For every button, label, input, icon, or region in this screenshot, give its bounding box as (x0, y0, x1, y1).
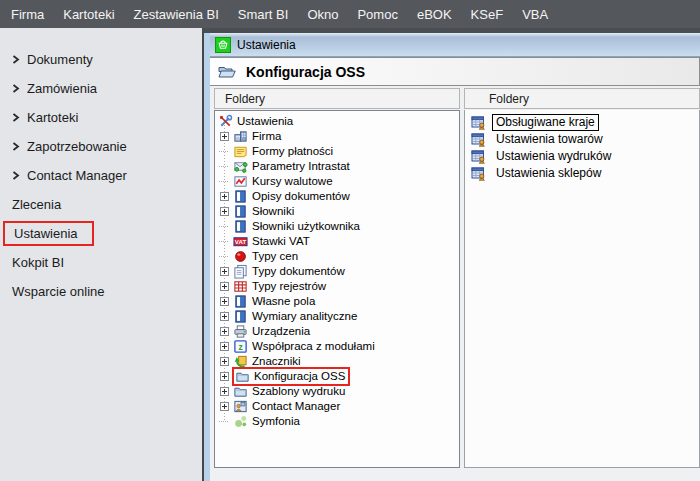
sidebar-item-contact-manager[interactable]: Contact Manager (0, 161, 202, 190)
expand-toggle[interactable] (218, 192, 232, 201)
expand-toggle[interactable] (218, 282, 232, 291)
folders-list[interactable]: Obsługiwane krajeUstawienia towarówUstaw… (464, 110, 700, 468)
tree-item-stawki-vat[interactable]: VATStawki VAT (218, 234, 459, 249)
sidebar-item-label: Zapotrzebowanie (27, 139, 127, 154)
tree-item-typy-cen[interactable]: Typy cen (218, 249, 459, 264)
tree-item-kursy-walutowe[interactable]: Kursy walutowe (218, 174, 459, 189)
tree-item-label: Kursy walutowe (252, 174, 333, 189)
menu-item-kartoteki[interactable]: Kartoteki (63, 7, 114, 22)
tree-item-label: Contact Manager (252, 399, 340, 414)
tree-item-słowniki[interactable]: Słowniki (218, 204, 459, 219)
expand-toggle[interactable] (218, 387, 232, 396)
app-green-basket-icon (215, 37, 231, 53)
tree-item-słowniki-użytkownika[interactable]: Słowniki użytkownika (218, 219, 459, 234)
plus-box-icon[interactable] (220, 372, 229, 381)
menu-item-ksef[interactable]: KSeF (471, 7, 504, 22)
list-item-obsługiwane-kraje[interactable]: Obsługiwane kraje (471, 114, 699, 131)
plus-box-icon[interactable] (220, 387, 229, 396)
expand-toggle[interactable] (218, 297, 232, 306)
tree-item-label: Własne pola (252, 294, 315, 309)
plus-box-icon[interactable] (220, 297, 229, 306)
plus-box-icon[interactable] (220, 282, 229, 291)
sidebar-item-kartoteki[interactable]: Kartoteki (0, 103, 202, 132)
tree-item-opisy-dokumentów[interactable]: Opisy dokumentów (218, 189, 459, 204)
printer-icon (233, 324, 248, 339)
menu-item-vba[interactable]: VBA (522, 7, 548, 22)
note-icon (233, 144, 248, 159)
plus-box-icon[interactable] (220, 132, 229, 141)
chevron-right-icon (12, 142, 27, 151)
expand-toggle[interactable] (218, 312, 232, 321)
tree-item-konfiguracja-oss[interactable]: Konfiguracja OSS (218, 369, 459, 384)
tree-item-urządzenia[interactable]: Urządzenia (218, 324, 459, 339)
plus-box-icon[interactable] (220, 207, 229, 216)
menu-item-firma[interactable]: Firma (11, 7, 44, 22)
tree-item-label: Urządzenia (252, 324, 310, 339)
sidebar-item-label: Dokumenty (27, 52, 93, 67)
sidebar-item-dokumenty[interactable]: Dokumenty (0, 45, 202, 74)
tree-item-firma[interactable]: Firma (218, 129, 459, 144)
symfonia-icon (233, 414, 248, 429)
tools-icon (218, 114, 233, 129)
folders-tree[interactable]: UstawieniaFirmaFormy płatnościParametry … (214, 110, 460, 468)
tree-item-symfonia[interactable]: Symfonia (218, 414, 459, 429)
header-title: Konfiguracja OSS (246, 64, 365, 80)
tree-item-ustawienia[interactable]: Ustawienia (218, 114, 459, 129)
list-item-ustawienia-sklepów[interactable]: Ustawienia sklepów (471, 165, 699, 182)
ball-icon (233, 249, 248, 264)
tree-item-typy-dokumentów[interactable]: Typy dokumentów (218, 264, 459, 279)
expand-toggle[interactable] (218, 327, 232, 336)
tree-item-formy-płatności[interactable]: Formy płatności (218, 144, 459, 159)
tree-item-własne-pola[interactable]: Własne pola (218, 294, 459, 309)
plus-box-icon[interactable] (220, 357, 229, 366)
folders-list-panel: Foldery Obsługiwane krajeUstawienia towa… (464, 88, 700, 468)
plus-box-icon[interactable] (220, 312, 229, 321)
tree-item-label: Słowniki użytkownika (252, 219, 360, 234)
tree-item-label: Typy cen (252, 249, 298, 264)
tree-item-szablony-wydruku[interactable]: Szablony wydruku (218, 384, 459, 399)
tree-item-label: Konfiguracja OSS (254, 369, 345, 384)
menu-item-okno[interactable]: Okno (307, 7, 338, 22)
expand-toggle[interactable] (218, 357, 232, 366)
plus-box-icon[interactable] (220, 192, 229, 201)
list-item-ustawienia-wydruków[interactable]: Ustawienia wydruków (471, 148, 699, 165)
plus-box-icon[interactable] (220, 342, 229, 351)
list-item-label: Ustawienia wydruków (492, 148, 615, 165)
sidebar-item-zapotrzebowanie[interactable]: Zapotrzebowanie (0, 132, 202, 161)
sidebar-item-zam-wienia[interactable]: Zamówienia (0, 74, 202, 103)
expand-toggle[interactable] (218, 342, 232, 351)
open-folder-icon (217, 64, 237, 80)
expand-toggle[interactable] (218, 132, 232, 141)
tree-item-współpraca-z-modułami[interactable]: zWspółpraca z modułami (218, 339, 459, 354)
tree-item-parametry-intrastat[interactable]: Parametry Intrastat (218, 159, 459, 174)
tree-item-wymiary-analityczne[interactable]: Wymiary analityczne (218, 309, 459, 324)
menu-item-smart-bi[interactable]: Smart BI (238, 7, 289, 22)
expand-toggle[interactable] (218, 402, 232, 411)
menu-item-zestawienia-bi[interactable]: Zestawienia BI (134, 7, 219, 22)
sidebar-item-wsparcie-online[interactable]: Wsparcie online (0, 277, 202, 306)
tree-item-typy-rejestrów[interactable]: Typy rejestrów (218, 279, 459, 294)
dotted-connector (219, 421, 228, 423)
building-icon (233, 129, 248, 144)
tree-item-label: Słowniki (252, 204, 294, 219)
sidebar-item-kokpit-bi[interactable]: Kokpit BI (0, 248, 202, 277)
sidebar-item-ustawienia[interactable]: Ustawienia (0, 219, 202, 248)
tree-item-label: Szablony wydruku (252, 384, 345, 399)
expand-toggle[interactable] (218, 372, 232, 381)
sidebar: DokumentyZamówieniaKartotekiZapotrzebowa… (0, 28, 202, 481)
expand-toggle[interactable] (218, 207, 232, 216)
menu-item-pomoc[interactable]: Pomoc (357, 7, 397, 22)
plus-box-icon[interactable] (220, 327, 229, 336)
plus-box-icon[interactable] (220, 402, 229, 411)
contact-icon (233, 399, 248, 414)
window-titlebar[interactable]: Ustawienia (210, 33, 700, 57)
sidebar-item-zlecenia[interactable]: Zlecenia (0, 190, 202, 219)
list-item-ustawienia-towarów[interactable]: Ustawienia towarów (471, 131, 699, 148)
tree-item-label: Typy dokumentów (252, 264, 345, 279)
konfiguracja-oss-header: Konfiguracja OSS (210, 57, 700, 86)
tree-item-contact-manager[interactable]: Contact Manager (218, 399, 459, 414)
menu-item-ebok[interactable]: eBOK (417, 7, 452, 22)
expand-toggle[interactable] (218, 267, 232, 276)
table-user-icon (471, 166, 486, 182)
plus-box-icon[interactable] (220, 267, 229, 276)
